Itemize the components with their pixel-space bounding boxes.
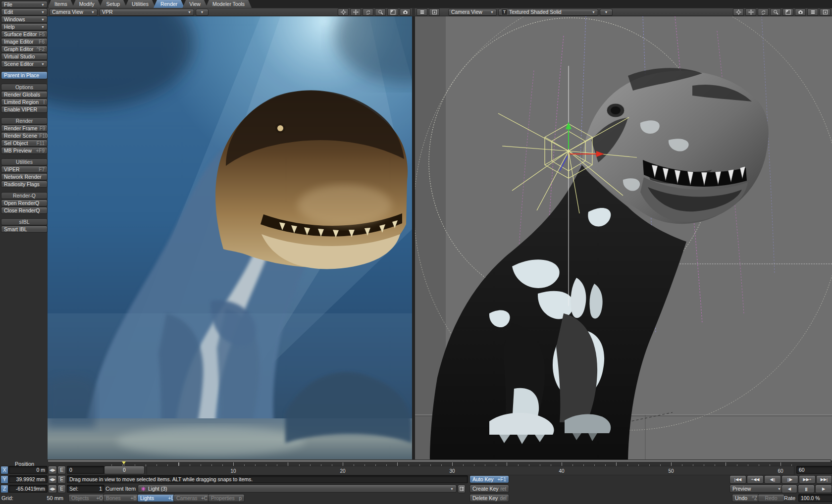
radiosity-flags-button[interactable]: Radiosity Flags <box>1 181 48 188</box>
open-renderq-button[interactable]: Open RenderQ <box>1 200 48 206</box>
next-frame-button[interactable]: ||▶ <box>781 475 798 484</box>
axis-x-button[interactable]: X <box>0 466 8 474</box>
current-item-dropdown[interactable]: Light (3)▼ <box>138 485 457 493</box>
position-x-value[interactable]: 0 m <box>8 466 48 474</box>
ruler-label: 30 <box>449 468 455 474</box>
mb-preview-button[interactable]: MB Preview+F9 <box>1 147 48 154</box>
zoom-view-icon[interactable] <box>375 8 386 16</box>
section-renderq: Render-Q <box>1 192 48 199</box>
menu-windows[interactable]: Windows▼ <box>1 16 48 23</box>
tab-modeler-tools[interactable]: Modeler Tools <box>206 0 252 8</box>
y-envelope-button[interactable]: E <box>57 475 66 484</box>
play-reverse-button[interactable]: ◀ <box>781 485 797 493</box>
current-frame-marker[interactable] <box>122 461 126 464</box>
auto-key-button[interactable]: Auto Key+F1 <box>469 475 509 483</box>
smart-ibl-button[interactable]: Smart IBL <box>1 226 48 233</box>
render-globals-button[interactable]: Render Globals <box>1 91 48 98</box>
go-first-frame-button[interactable]: |◀◀ <box>729 475 746 484</box>
chevron-down-icon: ▼ <box>450 486 454 492</box>
timeline-track[interactable] <box>147 466 794 475</box>
prev-keyframe-button[interactable]: +◀◀ <box>747 475 764 484</box>
tab-setup[interactable]: Setup <box>100 0 127 8</box>
left-view-type-dropdown[interactable]: Camera View▼ <box>49 9 98 16</box>
z-envelope-button[interactable]: E <box>57 485 66 493</box>
rotate-view-icon[interactable] <box>758 8 769 16</box>
center-item-icon[interactable] <box>338 8 349 16</box>
end-frame-field[interactable]: 60 <box>796 466 832 474</box>
tab-utilities[interactable]: Utilities <box>125 0 156 8</box>
close-renderq-button[interactable]: Close RenderQ <box>1 207 48 214</box>
camera-view-icon[interactable] <box>400 8 411 16</box>
scene-editor-button[interactable]: Scene Editor▼ <box>1 60 48 67</box>
select-bones-button[interactable]: Bones+B <box>103 494 140 502</box>
chevron-down-icon: ▼ <box>490 9 494 15</box>
render-frame-button[interactable]: Render FrameF9 <box>1 125 48 132</box>
viper-button[interactable]: VIPERF7 <box>1 166 48 173</box>
viewport-menu-icon[interactable] <box>807 8 818 16</box>
play-forward-button[interactable]: ▶ <box>815 485 832 493</box>
right-viewport-options-dropdown[interactable]: ▼ <box>600 9 613 16</box>
left-viewport-options-dropdown[interactable]: ▼ <box>196 9 208 16</box>
sel-object-button[interactable]: Sel ObjectF11 <box>1 140 48 147</box>
enable-viper-button[interactable]: Enable VIPER <box>1 106 48 113</box>
item-properties-mini-button[interactable] <box>458 485 466 493</box>
select-cameras-button[interactable]: Cameras+C <box>173 494 210 502</box>
frame-number-field[interactable]: 0 <box>67 466 104 474</box>
axis-z-button[interactable]: Z <box>0 485 8 493</box>
rate-value-field[interactable]: 100.0 % <box>798 494 832 502</box>
delete-key-button[interactable]: Delete Keydel <box>469 494 509 502</box>
pause-button[interactable]: || <box>798 485 815 493</box>
tab-items[interactable]: Items <box>48 0 74 8</box>
zoom-view-icon[interactable] <box>770 8 781 16</box>
move-view-icon[interactable] <box>350 8 361 16</box>
image-editor-button[interactable]: Image EditorF6 <box>1 38 48 45</box>
tab-modify[interactable]: Modify <box>72 0 102 8</box>
position-y-value[interactable]: 39.9992 mm <box>8 475 48 483</box>
prev-frame-button[interactable]: ◀|| <box>764 475 781 484</box>
x-spinner[interactable]: ◀▶ <box>48 466 57 474</box>
viewport-layout-icon[interactable] <box>429 8 440 16</box>
tab-view[interactable]: View <box>182 0 208 8</box>
lightwave-layout-window: Items Modify Setup Utilities Render View… <box>0 0 832 504</box>
center-item-icon[interactable] <box>733 8 744 16</box>
properties-button[interactable]: Propertiesp <box>208 494 245 502</box>
frame-slider-handle[interactable]: 0 <box>104 466 145 474</box>
redo-button[interactable]: Redo <box>758 494 784 502</box>
render-scene-button[interactable]: Render SceneF10 <box>1 132 48 139</box>
menu-file[interactable]: File▼ <box>1 1 48 8</box>
viewport-menu-icon[interactable] <box>416 8 427 16</box>
network-render-button[interactable]: Network Render <box>1 173 48 180</box>
right-render-mode-dropdown[interactable]: TTextured Shaded Solid▼ <box>498 9 598 16</box>
undo-button[interactable]: Undo^Z <box>732 494 760 502</box>
tab-render[interactable]: Render <box>154 0 184 8</box>
y-spinner[interactable]: ◀▶ <box>48 475 57 484</box>
minmax-view-icon[interactable] <box>387 8 398 16</box>
right-viewport-canvas[interactable] <box>415 16 832 460</box>
surface-editor-button[interactable]: Surface EditorF5 <box>1 31 48 38</box>
go-last-frame-button[interactable]: ▶▶| <box>816 475 832 484</box>
menu-help[interactable]: Help▼ <box>1 23 48 30</box>
right-view-type-dropdown[interactable]: Camera View▼ <box>448 9 497 16</box>
left-viewport-canvas[interactable] <box>48 16 415 460</box>
z-spinner[interactable]: ◀▶ <box>48 485 57 493</box>
viewport-layout-icon[interactable] <box>820 8 831 16</box>
limited-region-button[interactable]: Limited Regionl <box>1 99 48 105</box>
move-view-icon[interactable] <box>745 8 756 16</box>
camera-view-icon[interactable] <box>795 8 806 16</box>
position-z-value[interactable]: -65.0419mm <box>8 485 48 493</box>
select-lights-button[interactable]: Lights+L <box>137 494 177 502</box>
minmax-view-icon[interactable] <box>782 8 793 16</box>
create-key-button[interactable]: Create Keyret <box>469 485 509 493</box>
parent-in-place-button[interactable]: Parent in Place <box>1 71 48 79</box>
select-objects-button[interactable]: Objects+O <box>68 494 106 502</box>
selection-count-field[interactable]: Sel:1 <box>67 485 104 493</box>
preview-dropdown[interactable]: Preview▼ <box>729 485 784 493</box>
graph-editor-button[interactable]: Graph Editor^F2 <box>1 46 48 52</box>
rotate-view-icon[interactable] <box>363 8 373 16</box>
x-envelope-button[interactable]: E <box>57 466 66 474</box>
menu-edit[interactable]: Edit▼ <box>1 8 48 15</box>
axis-y-button[interactable]: Y <box>0 475 8 484</box>
next-keyframe-button[interactable]: ▶▶+ <box>799 475 816 484</box>
virtual-studio-button[interactable]: Virtual Studio <box>1 53 48 60</box>
left-render-mode-dropdown[interactable]: VPR▼ <box>99 9 194 16</box>
